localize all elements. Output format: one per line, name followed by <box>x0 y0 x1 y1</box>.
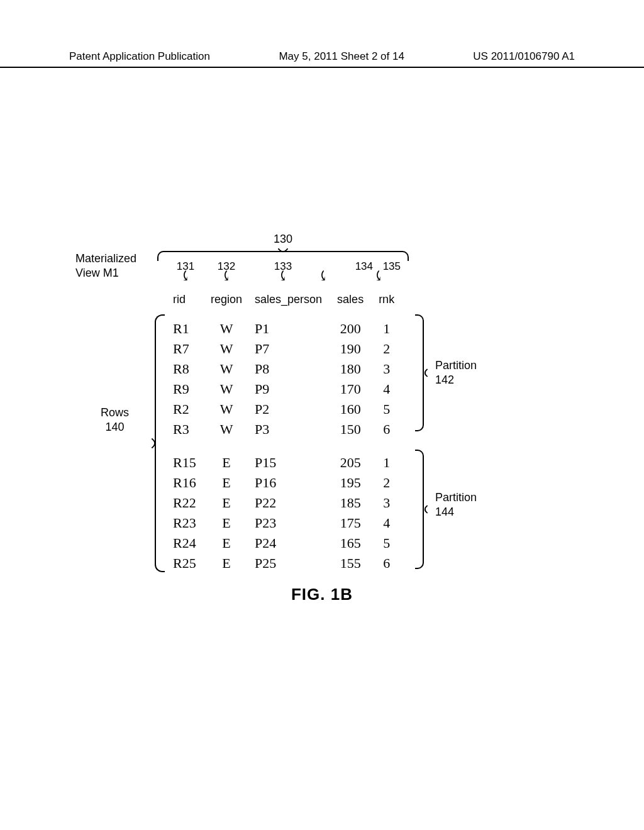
rows-label-line2: 140 <box>105 421 124 433</box>
rows-brace-icon <box>150 314 165 572</box>
column-ref-numbers: 131⤸ 132⤸ 133⤸ 134⤸ 135⤸ <box>167 260 401 280</box>
table-row: R2WP21605 <box>167 399 401 419</box>
table-row: R15EP152051 <box>167 440 401 473</box>
table-row: R16EP161952 <box>167 473 401 493</box>
table-row: R7WP71902 <box>167 339 401 359</box>
partition-144-label-line1: Partition <box>435 491 477 504</box>
rows-label: Rows 140 <box>101 406 129 434</box>
page-header: Patent Application Publication May 5, 20… <box>0 50 644 68</box>
col-header-sales: sales <box>328 290 372 319</box>
col-header-rnk: rnk <box>372 290 401 319</box>
ref-132: 132⤸ <box>204 260 248 280</box>
col-header-region: region <box>204 290 248 319</box>
table-row: R25EP251556 <box>167 553 401 573</box>
table-row: R23EP231754 <box>167 513 401 533</box>
ref-hook-icon: ⤸ <box>204 272 248 280</box>
ref-135: 135⤸ <box>373 260 401 280</box>
data-table: rid region sales_person sales rnk R1WP12… <box>167 290 401 573</box>
figure-caption: FIG. 1B <box>0 585 644 604</box>
ref-hook-icon: ⤸ <box>248 272 318 280</box>
partition-144-brace-icon <box>415 450 429 569</box>
table-header-row: rid region sales_person sales rnk <box>167 290 401 319</box>
ref-133: 133⤸ <box>248 260 318 280</box>
table-row: R3WP31506 <box>167 419 401 440</box>
partition-142-brace-icon <box>415 314 429 431</box>
materialized-view-label: Materialized View M1 <box>75 252 136 280</box>
partition-144-label: Partition 144 <box>435 490 477 519</box>
col-header-sales-person: sales_person <box>248 290 328 319</box>
partition-142-label-line1: Partition <box>435 359 477 372</box>
table-row: R1WP12001 <box>167 319 401 339</box>
partition-142-label-line2: 142 <box>435 374 454 386</box>
table-row: R8WP81803 <box>167 359 401 379</box>
table-row: R22EP221853 <box>167 493 401 513</box>
ref-134: 134⤸ <box>318 260 373 280</box>
ref-hook-icon: ⤸ <box>167 272 204 280</box>
mv-label-line2: View M1 <box>75 267 119 279</box>
col-header-rid: rid <box>167 290 204 319</box>
mv-label-line1: Materialized <box>75 252 136 265</box>
partition-142-label: Partition 142 <box>435 358 477 387</box>
header-right: US 2011/0106790 A1 <box>473 50 575 63</box>
horizontal-brace-icon <box>157 247 409 261</box>
header-center: May 5, 2011 Sheet 2 of 14 <box>279 50 404 63</box>
table-row: R9WP91704 <box>167 379 401 399</box>
table-row: R24EP241655 <box>167 533 401 553</box>
rows-label-line1: Rows <box>101 406 129 419</box>
partition-144-label-line2: 144 <box>435 506 454 518</box>
header-left: Patent Application Publication <box>69 50 210 63</box>
ref-131: 131⤸ <box>167 260 204 280</box>
ref-hook-icon: ⤸ <box>373 272 401 280</box>
columns-brace: 130 <box>157 233 409 261</box>
ref-hook-icon: ⤸ <box>318 272 373 280</box>
